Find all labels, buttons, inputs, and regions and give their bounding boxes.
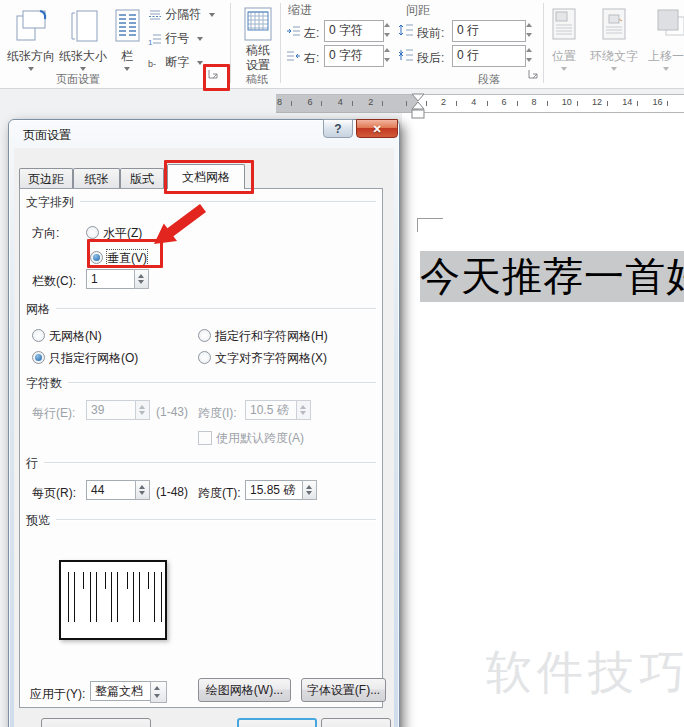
app-window: 纸张方向 纸张大小 栏 分隔符 — [0, 0, 684, 727]
tab-margins[interactable]: 页边距 — [19, 168, 73, 188]
close-button[interactable]: ✕ — [356, 119, 398, 138]
preview-line — [161, 572, 162, 622]
chevron-down-icon — [124, 67, 130, 71]
section-divider — [80, 201, 376, 203]
chars-pitch-label: 跨度(I): — [198, 405, 237, 422]
lines-pitch-input[interactable]: 15.85 磅 — [245, 480, 303, 500]
document-text[interactable]: 今天推荐一首好诗 — [420, 251, 684, 302]
breaks-button[interactable]: 分隔符 — [148, 6, 215, 26]
radio-char-aligned-label[interactable]: 文字对齐字符网格(X) — [215, 350, 327, 367]
chevron-down-icon — [80, 67, 86, 71]
tab-paper[interactable]: 纸张 — [73, 168, 120, 188]
spacing-after-stepper[interactable] — [524, 45, 535, 65]
use-default-pitch-label[interactable]: 使用默认跨度(A) — [216, 430, 304, 447]
chevron-down-icon — [197, 61, 203, 65]
button-label: 栏 — [110, 48, 144, 65]
position-button[interactable]: 位置 — [546, 4, 582, 76]
preview-line — [83, 572, 84, 589]
bring-forward-button[interactable]: 上移一层 — [646, 4, 684, 76]
spacing-after-input[interactable]: 0 行 — [452, 45, 526, 67]
ruler-tick — [352, 101, 353, 106]
ruler-tick — [607, 101, 608, 106]
cancel-button[interactable] — [321, 718, 391, 727]
button-label: 位置 — [546, 48, 582, 65]
radio-char-aligned[interactable] — [198, 351, 211, 364]
spacing-before-icon — [398, 23, 414, 37]
columns-count-stepper[interactable] — [134, 269, 149, 289]
preview-line — [117, 572, 118, 622]
indent-markers[interactable] — [411, 93, 426, 121]
radio-lines-only[interactable] — [32, 351, 45, 364]
spacing-before-stepper[interactable] — [524, 20, 535, 40]
ruler-number: 8 — [532, 97, 537, 107]
radio-lines-and-chars-label[interactable]: 指定行和字符网格(H) — [215, 328, 328, 345]
columns-count-input[interactable]: 1 — [86, 269, 135, 289]
radio-no-grid[interactable] — [32, 329, 45, 342]
indent-right-stepper[interactable] — [382, 45, 393, 65]
spacing-before-input[interactable]: 0 行 — [452, 20, 526, 42]
lines-per-page-input[interactable]: 44 — [86, 480, 136, 500]
indent-left-stepper[interactable] — [382, 20, 393, 40]
ok-button[interactable] — [237, 718, 317, 727]
set-font-button[interactable]: 字体设置(F)... — [301, 678, 386, 702]
radio-lines-only-label[interactable]: 只指定行网格(O) — [49, 350, 138, 367]
columns-count-label: 栏数(C): — [32, 273, 76, 290]
preview-line — [90, 572, 91, 622]
paragraph-dialog-launcher[interactable] — [528, 69, 542, 83]
radio-lines-and-chars[interactable] — [198, 329, 211, 342]
wrap-text-button[interactable]: 环绕文字 — [586, 4, 642, 76]
lines-pitch-label: 跨度(T): — [198, 485, 241, 502]
document-page[interactable] — [402, 112, 684, 727]
lines-per-page-stepper[interactable] — [135, 480, 150, 500]
selected-text-highlight[interactable]: 今天推荐一首好诗 — [420, 251, 684, 302]
ruler-text-area — [418, 95, 684, 112]
columns-button[interactable]: 栏 — [110, 4, 144, 76]
chars-pitch-input[interactable]: 10.5 磅 — [245, 400, 297, 420]
use-default-pitch-checkbox[interactable] — [198, 431, 212, 445]
section-divider — [44, 462, 376, 464]
paper-orientation-button[interactable]: 纸张方向 — [6, 4, 56, 76]
button-label: 上移一层 — [646, 48, 684, 65]
indent-right-input[interactable]: 0 字符 — [324, 45, 384, 67]
chevron-down-icon — [197, 37, 203, 41]
ribbon-separator — [543, 3, 544, 83]
ruler-tick — [637, 101, 638, 106]
position-icon — [551, 7, 577, 41]
radio-horizontal[interactable] — [86, 226, 99, 239]
tab-layout[interactable]: 版式 — [120, 168, 164, 188]
preview-line — [139, 572, 140, 622]
indent-left-input[interactable]: 0 字符 — [324, 20, 384, 42]
direction-label: 方向: — [32, 225, 59, 242]
chars-per-line-input[interactable]: 39 — [86, 400, 136, 420]
button-label: 环绕文字 — [586, 48, 642, 65]
ruler-number: 2 — [368, 97, 373, 107]
wrap-text-icon — [601, 7, 627, 41]
line-numbers-icon: 1 — [148, 32, 162, 46]
lines-per-page-label: 每页(R): — [32, 485, 76, 502]
indent-right-label: 右: — [304, 50, 319, 67]
chars-pitch-stepper[interactable] — [296, 400, 311, 420]
chevron-down-icon — [209, 13, 215, 17]
apply-to-select[interactable]: 整篇文档 — [90, 681, 151, 701]
annotation-box-document-grid-tab — [164, 160, 254, 194]
set-as-default-button[interactable] — [41, 718, 151, 727]
preview-line — [74, 572, 75, 622]
hyphenation-icon: b- — [148, 56, 162, 70]
group-label-page-setup: 页面设置 — [56, 72, 100, 87]
radio-no-grid-label[interactable]: 无网格(N) — [49, 328, 102, 345]
ribbon-separator — [230, 3, 231, 83]
lines-pitch-stepper[interactable] — [302, 480, 317, 500]
chars-per-line-stepper[interactable] — [135, 400, 150, 420]
help-button[interactable]: ? — [323, 119, 353, 138]
ruler-tick — [406, 101, 407, 106]
ruler-tick — [426, 101, 427, 106]
drawing-grid-button[interactable]: 绘图网格(W)... — [198, 678, 291, 702]
ruler-number: 6 — [501, 97, 506, 107]
indent-section-label: 缩进 — [288, 2, 312, 19]
button-label: 纸张大小 — [58, 48, 108, 65]
paper-size-button[interactable]: 纸张大小 — [58, 4, 108, 76]
hyphenation-button[interactable]: b- 断字 — [148, 54, 203, 74]
bring-forward-icon — [654, 7, 684, 41]
apply-to-dropdown-button[interactable] — [150, 681, 167, 703]
line-numbers-button[interactable]: 1 行号 — [148, 30, 203, 50]
